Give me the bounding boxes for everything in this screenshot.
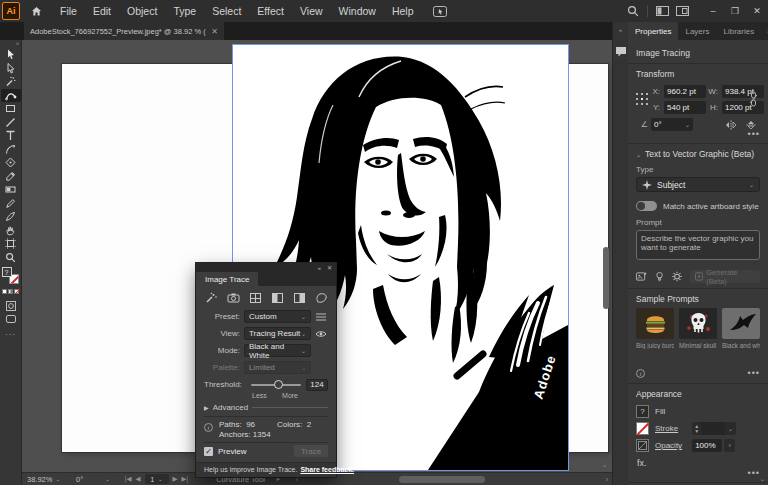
shape-builder-tool[interactable]	[1, 156, 21, 170]
match-artboard-style-toggle[interactable]	[636, 201, 657, 211]
advanced-section-toggle[interactable]: ▶ Advanced	[204, 401, 328, 414]
preset-dropdown[interactable]: Custom⌄	[244, 310, 311, 323]
reference-point-locator[interactable]	[636, 93, 650, 105]
info-icon[interactable]: i	[636, 369, 645, 378]
search-icon[interactable]	[623, 0, 643, 22]
high-color-preset-icon[interactable]	[227, 292, 240, 304]
horizontal-scrollbar[interactable]: ‹ ›	[294, 473, 612, 485]
close-button[interactable]: ✕	[746, 0, 768, 22]
threshold-slider-knob[interactable]	[274, 380, 283, 389]
low-color-preset-icon[interactable]	[249, 292, 262, 304]
first-artboard-icon[interactable]: |◀	[125, 475, 132, 483]
document-close-icon[interactable]: ✕	[211, 27, 218, 36]
menu-select[interactable]: Select	[212, 5, 241, 17]
next-artboard-icon[interactable]: ▶	[173, 475, 178, 483]
illustrator-app-icon[interactable]: Ai	[2, 2, 20, 20]
fill-swatch-unknown[interactable]: ?	[2, 267, 12, 277]
magic-wand-tool[interactable]	[1, 75, 21, 89]
stroke-weight-dropdown-icon[interactable]: ⌄	[725, 422, 736, 435]
sample-skull-thumbnail[interactable]	[679, 308, 717, 339]
flip-horizontal-icon[interactable]	[725, 120, 737, 130]
rotation-field[interactable]: 0°⌄	[651, 118, 693, 131]
trace-button[interactable]: Trace	[294, 445, 328, 457]
x-field[interactable]: 960.2 pt	[664, 85, 706, 98]
color-swatch[interactable]	[2, 289, 7, 294]
stroke-weight-stepper[interactable]: ▲▼	[692, 422, 701, 435]
none-swatch[interactable]	[14, 289, 19, 294]
transform-more-options[interactable]: •••	[636, 131, 760, 138]
restore-button[interactable]: ❐	[724, 0, 746, 22]
scroll-down-icon[interactable]: ⌄	[602, 461, 607, 468]
screen-mode-icon[interactable]	[1, 313, 21, 327]
fx-label[interactable]: fx.	[637, 458, 760, 468]
share-document-icon[interactable]	[430, 0, 450, 22]
curvature-tool[interactable]	[1, 89, 21, 103]
tab-layers[interactable]: Layers	[678, 22, 716, 40]
hand-tool[interactable]	[1, 224, 21, 238]
artboard-number-select[interactable]: 1⌄	[145, 474, 169, 484]
stroke-label[interactable]: Stroke	[655, 424, 678, 433]
home-icon[interactable]	[26, 0, 46, 22]
ttv-type-dropdown[interactable]: Subject ⌄	[636, 177, 760, 192]
menu-edit[interactable]: Edit	[93, 5, 111, 17]
tab-libraries[interactable]: Libraries	[716, 22, 761, 40]
zoom-tool[interactable]	[1, 251, 21, 265]
gradient-swatch[interactable]	[8, 289, 13, 294]
mode-dropdown[interactable]: Black and White⌄	[244, 344, 311, 357]
last-artboard-icon[interactable]: ▶|	[182, 475, 189, 483]
info-icon[interactable]: i	[204, 423, 213, 432]
y-field[interactable]: 540 pt	[664, 101, 706, 114]
image-trace-tab[interactable]: Image Trace	[196, 272, 258, 286]
artboard-tool[interactable]	[1, 237, 21, 251]
workspace-switcher-icon[interactable]	[652, 0, 672, 22]
menu-file[interactable]: File	[60, 5, 77, 17]
menu-type[interactable]: Type	[173, 5, 196, 17]
comments-panel-icon[interactable]	[613, 46, 628, 57]
toolbar-collapse-icon[interactable]: »	[16, 40, 19, 48]
fill-swatch[interactable]: ?	[636, 405, 649, 418]
opacity-field[interactable]: 100%	[692, 439, 722, 452]
menu-help[interactable]: Help	[392, 5, 414, 17]
minimize-button[interactable]: –	[702, 0, 724, 22]
preset-menu-icon[interactable]	[314, 313, 328, 321]
menu-object[interactable]: Object	[127, 5, 157, 17]
tab-properties[interactable]: Properties	[628, 22, 678, 40]
threshold-value-field[interactable]: 124	[306, 379, 328, 391]
rotation-select[interactable]: 0°⌄	[71, 473, 115, 485]
gradient-tool[interactable]	[1, 183, 21, 197]
selection-tool[interactable]	[1, 48, 21, 62]
outline-preset-icon[interactable]	[315, 292, 328, 304]
zoom-level-select[interactable]: 38.92%⌄	[22, 473, 65, 485]
stroke-weight-field[interactable]	[701, 422, 725, 435]
panel-close-icon[interactable]: ✕	[327, 265, 332, 271]
dock-expand-icon[interactable]: «	[613, 22, 628, 38]
previous-artboard-icon[interactable]: ◀	[136, 475, 141, 483]
vertical-scrollbar-thumb[interactable]	[603, 247, 609, 309]
rectangle-tool[interactable]	[1, 102, 21, 116]
panel-collapse-icon[interactable]: «	[318, 265, 321, 271]
generate-button[interactable]: Generate (Beta)	[690, 270, 760, 283]
panel-menu-icon[interactable]: ≡	[761, 22, 768, 40]
arrange-documents-icon[interactable]	[672, 0, 692, 22]
rotate-tool[interactable]	[1, 143, 21, 157]
constrain-proportions-icon[interactable]	[749, 91, 758, 107]
ttv-section-header[interactable]: ⌄ Text to Vector Graphic (Beta)	[636, 149, 760, 159]
panel-scroll-down-icon[interactable]: ⌄	[760, 475, 765, 482]
direct-selection-tool[interactable]	[1, 62, 21, 76]
sample-burger-thumbnail[interactable]	[636, 308, 674, 339]
paintbrush-tool[interactable]	[1, 210, 21, 224]
appearance-more-options[interactable]: •••	[636, 470, 760, 477]
black-white-preset-icon[interactable]	[293, 292, 306, 304]
scroll-right-icon[interactable]: ›	[606, 476, 608, 483]
prompt-input[interactable]	[636, 230, 760, 260]
opacity-swatch[interactable]	[636, 439, 649, 452]
threshold-slider[interactable]	[251, 384, 301, 386]
share-feedback-link[interactable]: Share feedback.	[300, 466, 354, 473]
grayscale-preset-icon[interactable]	[271, 292, 284, 304]
reference-image-icon[interactable]	[636, 271, 647, 282]
vertical-scrollbar[interactable]: ⌄	[603, 42, 609, 466]
lightbulb-icon[interactable]	[655, 271, 664, 283]
drawing-modes-icon[interactable]	[1, 299, 21, 313]
gear-icon[interactable]	[672, 271, 682, 282]
menu-window[interactable]: Window	[339, 5, 376, 17]
